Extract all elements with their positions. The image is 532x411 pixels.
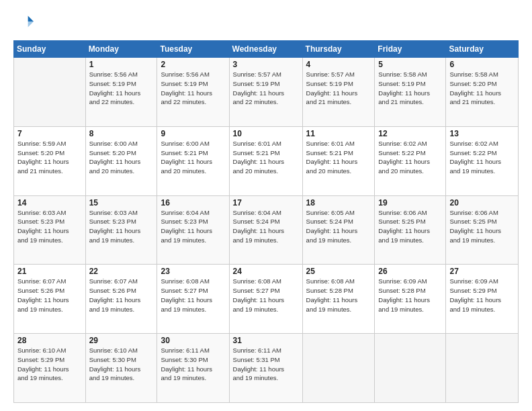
calendar-cell: 20Sunrise: 6:06 AM Sunset: 5:25 PM Dayli… — [446, 195, 519, 265]
day-info: Sunrise: 6:09 AM Sunset: 5:28 PM Dayligh… — [378, 277, 442, 314]
weekday-header: Saturday — [446, 41, 519, 58]
day-number: 11 — [306, 129, 371, 138]
calendar-cell: 23Sunrise: 6:08 AM Sunset: 5:27 PM Dayli… — [157, 265, 229, 334]
calendar-body: 1Sunrise: 5:56 AM Sunset: 5:19 PM Daylig… — [14, 58, 519, 403]
calendar-cell — [302, 334, 375, 403]
day-number: 20 — [449, 198, 515, 208]
day-info: Sunrise: 6:03 AM Sunset: 5:23 PM Dayligh… — [17, 208, 82, 245]
day-number: 2 — [161, 60, 225, 69]
day-info: Sunrise: 6:01 AM Sunset: 5:21 PM Dayligh… — [306, 139, 371, 176]
day-info: Sunrise: 6:08 AM Sunset: 5:28 PM Dayligh… — [306, 277, 371, 314]
calendar-cell: 29Sunrise: 6:10 AM Sunset: 5:30 PM Dayli… — [85, 334, 157, 403]
calendar-cell: 30Sunrise: 6:11 AM Sunset: 5:30 PM Dayli… — [157, 334, 229, 403]
day-number: 19 — [378, 198, 442, 208]
day-info: Sunrise: 6:08 AM Sunset: 5:27 PM Dayligh… — [161, 277, 225, 314]
day-number: 31 — [233, 336, 299, 345]
calendar-cell: 17Sunrise: 6:04 AM Sunset: 5:24 PM Dayli… — [229, 195, 302, 265]
calendar-week-row: 14Sunrise: 6:03 AM Sunset: 5:23 PM Dayli… — [14, 195, 519, 265]
svg-marker-0 — [28, 16, 34, 21]
calendar-cell: 25Sunrise: 6:08 AM Sunset: 5:28 PM Dayli… — [302, 265, 375, 334]
day-number: 27 — [449, 267, 515, 276]
day-info: Sunrise: 6:05 AM Sunset: 5:24 PM Dayligh… — [306, 208, 371, 245]
day-info: Sunrise: 6:04 AM Sunset: 5:23 PM Dayligh… — [161, 208, 225, 245]
day-number: 5 — [378, 60, 442, 69]
calendar-cell: 12Sunrise: 6:02 AM Sunset: 5:22 PM Dayli… — [375, 126, 446, 195]
day-number: 12 — [378, 129, 442, 138]
day-info: Sunrise: 5:56 AM Sunset: 5:19 PM Dayligh… — [161, 70, 225, 107]
calendar-cell: 10Sunrise: 6:01 AM Sunset: 5:21 PM Dayli… — [229, 126, 302, 195]
day-number: 13 — [449, 129, 515, 138]
day-info: Sunrise: 5:57 AM Sunset: 5:19 PM Dayligh… — [233, 70, 299, 107]
day-number: 7 — [17, 129, 82, 138]
calendar-cell: 13Sunrise: 6:02 AM Sunset: 5:22 PM Dayli… — [446, 126, 519, 195]
day-info: Sunrise: 6:03 AM Sunset: 5:23 PM Dayligh… — [89, 208, 154, 245]
day-info: Sunrise: 6:07 AM Sunset: 5:26 PM Dayligh… — [89, 277, 154, 314]
day-number: 23 — [161, 267, 225, 276]
calendar-header: SundayMondayTuesdayWednesdayThursdayFrid… — [14, 41, 519, 58]
calendar-cell: 6Sunrise: 5:58 AM Sunset: 5:20 PM Daylig… — [446, 58, 519, 127]
header — [13, 12, 519, 34]
calendar-cell: 11Sunrise: 6:01 AM Sunset: 5:21 PM Dayli… — [302, 126, 375, 195]
calendar-cell: 5Sunrise: 5:58 AM Sunset: 5:19 PM Daylig… — [375, 58, 446, 127]
day-info: Sunrise: 6:10 AM Sunset: 5:30 PM Dayligh… — [89, 346, 154, 383]
calendar-week-row: 1Sunrise: 5:56 AM Sunset: 5:19 PM Daylig… — [14, 58, 519, 127]
day-info: Sunrise: 6:08 AM Sunset: 5:27 PM Dayligh… — [233, 277, 299, 314]
calendar-cell: 16Sunrise: 6:04 AM Sunset: 5:23 PM Dayli… — [157, 195, 229, 265]
calendar-cell: 8Sunrise: 6:00 AM Sunset: 5:20 PM Daylig… — [85, 126, 157, 195]
day-info: Sunrise: 6:00 AM Sunset: 5:20 PM Dayligh… — [89, 139, 154, 176]
day-number: 28 — [17, 336, 82, 345]
day-number: 1 — [89, 60, 154, 69]
weekday-header: Sunday — [14, 41, 86, 58]
weekday-header: Friday — [375, 41, 446, 58]
day-info: Sunrise: 6:10 AM Sunset: 5:29 PM Dayligh… — [17, 346, 82, 383]
logo — [13, 12, 35, 34]
day-info: Sunrise: 6:11 AM Sunset: 5:31 PM Dayligh… — [233, 346, 299, 383]
day-number: 16 — [161, 198, 225, 208]
day-info: Sunrise: 6:11 AM Sunset: 5:30 PM Dayligh… — [161, 346, 225, 383]
calendar-table: SundayMondayTuesdayWednesdayThursdayFrid… — [13, 40, 519, 403]
calendar-cell: 15Sunrise: 6:03 AM Sunset: 5:23 PM Dayli… — [85, 195, 157, 265]
day-number: 3 — [233, 60, 299, 69]
day-number: 9 — [161, 129, 225, 138]
day-info: Sunrise: 6:06 AM Sunset: 5:25 PM Dayligh… — [449, 208, 515, 245]
weekday-header: Wednesday — [229, 41, 302, 58]
calendar-cell: 1Sunrise: 5:56 AM Sunset: 5:19 PM Daylig… — [85, 58, 157, 127]
calendar-cell: 3Sunrise: 5:57 AM Sunset: 5:19 PM Daylig… — [229, 58, 302, 127]
calendar-cell — [14, 58, 86, 127]
day-info: Sunrise: 5:56 AM Sunset: 5:19 PM Dayligh… — [89, 70, 154, 107]
day-number: 26 — [378, 267, 442, 276]
day-info: Sunrise: 6:09 AM Sunset: 5:29 PM Dayligh… — [449, 277, 515, 314]
day-info: Sunrise: 6:01 AM Sunset: 5:21 PM Dayligh… — [233, 139, 299, 176]
day-number: 14 — [17, 198, 82, 208]
day-info: Sunrise: 6:06 AM Sunset: 5:25 PM Dayligh… — [378, 208, 442, 245]
weekday-header: Tuesday — [157, 41, 229, 58]
logo-icon — [15, 12, 34, 31]
calendar-cell: 14Sunrise: 6:03 AM Sunset: 5:23 PM Dayli… — [14, 195, 86, 265]
day-info: Sunrise: 6:04 AM Sunset: 5:24 PM Dayligh… — [233, 208, 299, 245]
day-number: 22 — [89, 267, 154, 276]
calendar-cell: 4Sunrise: 5:57 AM Sunset: 5:19 PM Daylig… — [302, 58, 375, 127]
calendar-cell: 28Sunrise: 6:10 AM Sunset: 5:29 PM Dayli… — [14, 334, 86, 403]
day-number: 24 — [233, 267, 299, 276]
svg-marker-1 — [28, 21, 34, 27]
day-info: Sunrise: 5:58 AM Sunset: 5:19 PM Dayligh… — [378, 70, 442, 107]
day-number: 29 — [89, 336, 154, 345]
calendar-cell: 26Sunrise: 6:09 AM Sunset: 5:28 PM Dayli… — [375, 265, 446, 334]
day-info: Sunrise: 6:02 AM Sunset: 5:22 PM Dayligh… — [449, 139, 515, 176]
calendar-cell: 18Sunrise: 6:05 AM Sunset: 5:24 PM Dayli… — [302, 195, 375, 265]
day-info: Sunrise: 5:58 AM Sunset: 5:20 PM Dayligh… — [449, 70, 515, 107]
weekday-header: Thursday — [302, 41, 375, 58]
calendar-cell: 27Sunrise: 6:09 AM Sunset: 5:29 PM Dayli… — [446, 265, 519, 334]
day-info: Sunrise: 6:02 AM Sunset: 5:22 PM Dayligh… — [378, 139, 442, 176]
day-number: 25 — [306, 267, 371, 276]
day-info: Sunrise: 5:57 AM Sunset: 5:19 PM Dayligh… — [306, 70, 371, 107]
day-number: 8 — [89, 129, 154, 138]
day-info: Sunrise: 6:00 AM Sunset: 5:21 PM Dayligh… — [161, 139, 225, 176]
day-number: 6 — [449, 60, 515, 69]
day-number: 10 — [233, 129, 299, 138]
calendar-cell: 21Sunrise: 6:07 AM Sunset: 5:26 PM Dayli… — [14, 265, 86, 334]
day-number: 21 — [17, 267, 82, 276]
day-number: 15 — [89, 198, 154, 208]
calendar-week-row: 28Sunrise: 6:10 AM Sunset: 5:29 PM Dayli… — [14, 334, 519, 403]
day-info: Sunrise: 6:07 AM Sunset: 5:26 PM Dayligh… — [17, 277, 82, 314]
